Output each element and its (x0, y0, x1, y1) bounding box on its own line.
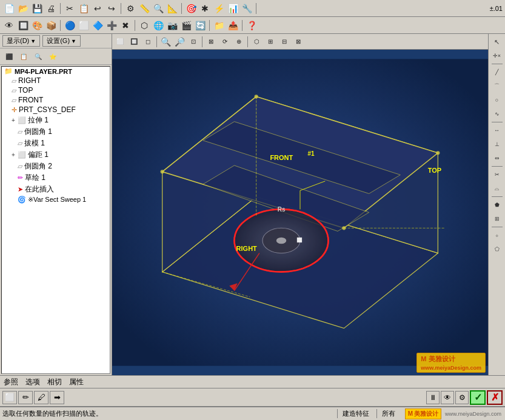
vt-zoom-out-btn[interactable]: 🔎 (173, 35, 186, 48)
rt-fillet-btn[interactable]: ⌓ (490, 182, 504, 195)
vt-zoom-in-btn[interactable]: 🔍 (159, 35, 172, 48)
rt-mirror-btn[interactable]: ⇔ (490, 152, 504, 165)
ok-btn[interactable]: ✓ (470, 390, 486, 405)
box-btn[interactable]: 📦 (44, 19, 58, 32)
vt-pan-btn[interactable]: ⊕ (232, 35, 246, 48)
status-wm-text: 美雅设计 (414, 410, 438, 418)
vt-hidden-btn[interactable]: ◻ (141, 35, 155, 48)
vt-layer-btn[interactable]: ⬡ (250, 35, 263, 48)
eye-btn[interactable]: 👁 (2, 19, 16, 32)
sidebar-icon4[interactable]: ⭐ (46, 50, 59, 63)
tab-xuanxiang[interactable]: 选项 (24, 377, 41, 387)
rt-select-btn[interactable]: ↖ (490, 35, 504, 48)
bt-btn2[interactable]: ✏ (18, 391, 33, 404)
tree-item-prt-csys[interactable]: ✛ PRT_CSYS_DEF (2, 105, 110, 115)
rt-palette-btn[interactable]: ⬟ (490, 198, 504, 212)
star-btn[interactable]: ✱ (198, 2, 212, 15)
vt-rotate-btn[interactable]: ⟳ (218, 35, 232, 48)
tab-cankao[interactable]: 参照 (2, 377, 19, 387)
tree-item-pianju[interactable]: + ⬜ 偏距 1 (2, 149, 110, 161)
vt-wireframe-btn[interactable]: ⬜ (113, 35, 127, 48)
rt-dim-btn[interactable]: ↔ (490, 124, 504, 137)
tool-btn[interactable]: 🔧 (240, 2, 253, 15)
bbox-btn[interactable]: 🔲 (16, 19, 30, 32)
tree-item-front[interactable]: ▱ FRONT (2, 95, 110, 105)
bt-btn1[interactable]: ⬜ (2, 391, 17, 404)
help-btn[interactable]: ❓ (245, 19, 258, 32)
tab-shuxing[interactable]: 属性 (68, 377, 85, 387)
vt-fit-btn[interactable]: ⊡ (187, 35, 200, 48)
dimension-btn[interactable]: 📐 (166, 2, 179, 15)
tab-xiangqie[interactable]: 相切 (46, 377, 63, 387)
camera-btn[interactable]: 📷 (166, 19, 179, 32)
rt-constraint-btn[interactable]: ⊥ (490, 138, 504, 151)
rt-arc-btn[interactable]: ⌒ (490, 79, 504, 93)
new-btn[interactable]: 📄 (2, 2, 16, 15)
chart-btn[interactable]: 📊 (226, 2, 239, 15)
tree-item-insert[interactable]: ➤ 在此插入 (2, 184, 110, 195)
save-btn[interactable]: 💾 (30, 2, 44, 15)
rt-spline-btn[interactable]: ∿ (490, 107, 504, 121)
rt-circle-btn[interactable]: ○ (490, 93, 504, 107)
sidebar-icon1[interactable]: ⬛ (2, 50, 16, 63)
film-btn[interactable]: 🎬 (179, 19, 193, 32)
expand-lashen1[interactable]: + (12, 117, 18, 124)
expand-pianju[interactable]: + (12, 152, 18, 158)
settings-btn[interactable]: ⚙ (124, 2, 137, 15)
copy-btn[interactable]: 📋 (77, 2, 90, 15)
cut-btn[interactable]: ✂ (63, 2, 76, 15)
tree-item-caohui[interactable]: ✏ 草绘 1 (2, 172, 110, 184)
rt-pattern-btn[interactable]: ⊞ (490, 212, 504, 225)
bt-btn4[interactable]: ➡ (50, 391, 64, 404)
cross-btn[interactable]: ✖ (119, 19, 132, 32)
redo-btn[interactable]: ↪ (105, 2, 118, 15)
circle-btn[interactable]: 🔵 (63, 19, 76, 32)
model-tree[interactable]: 📁 MP4-PLAYER.PRT ▱ RIGHT ▱ TOP ▱ FRONT ✛ (1, 66, 110, 374)
tree-item-bamo[interactable]: ▱ 拔模 1 (2, 138, 110, 149)
print-btn[interactable]: 🖨 (44, 2, 58, 15)
export-btn[interactable]: 📤 (226, 19, 239, 32)
sidebar-icon3[interactable]: 🔍 (32, 50, 45, 63)
tree-item-daoyuan2[interactable]: ▱ 倒圆角 2 (2, 161, 110, 172)
settings-action-btn[interactable]: ⚙ (455, 391, 469, 404)
open-btn[interactable]: 📂 (16, 2, 30, 15)
rt-trim-btn[interactable]: ✂ (490, 168, 504, 181)
eye-action-btn[interactable]: 👁 (441, 391, 454, 404)
undo-btn[interactable]: ↩ (91, 2, 104, 15)
tree-item-varsect[interactable]: 🌀 ※Var Sect Sweep 1 (2, 195, 110, 204)
folder2-btn[interactable]: 📁 (212, 19, 226, 32)
target-btn[interactable]: 🎯 (184, 2, 198, 15)
rt-query-btn[interactable]: ✛× (490, 49, 504, 62)
bt-btn3[interactable]: 🖊 (34, 391, 48, 404)
rt-offset-btn[interactable]: ⬦ (490, 228, 504, 242)
rect-btn[interactable]: ⬜ (77, 19, 90, 32)
zoom-btn[interactable]: 🔍 (152, 2, 165, 15)
globe-btn[interactable]: 🌐 (152, 19, 165, 32)
measure-btn[interactable]: 📏 (138, 2, 151, 15)
rt-sep5 (492, 227, 503, 227)
rt-line-btn[interactable]: ╱ (490, 65, 504, 79)
tree-item-lashen1[interactable]: + ⬜ 拉伸 1 (2, 115, 110, 126)
vt-shaded-btn[interactable]: 🔲 (127, 35, 141, 48)
settings-menu-btn[interactable]: 设置(G) ▼ (42, 35, 81, 47)
color-btn[interactable]: 🎨 (30, 19, 44, 32)
tree-item-daoyuan1[interactable]: ▱ 倒圆角 1 (2, 126, 110, 138)
hex-btn[interactable]: ⬡ (138, 19, 151, 32)
vt-std-orient-btn[interactable]: ⊠ (204, 35, 218, 48)
tree-item-root[interactable]: 📁 MP4-PLAYER.PRT (2, 67, 110, 76)
diamond-btn[interactable]: 🔷 (91, 19, 104, 32)
flash-btn[interactable]: ⚡ (212, 2, 226, 15)
vt-axis-btn[interactable]: ⊟ (278, 35, 291, 48)
rt-project-btn[interactable]: ⬠ (490, 242, 504, 256)
vt-datum-btn[interactable]: ⊞ (264, 35, 277, 48)
sidebar-icon2[interactable]: 📋 (17, 50, 30, 63)
tree-item-right[interactable]: ▱ RIGHT (2, 76, 110, 85)
plus-btn[interactable]: ➕ (105, 19, 118, 32)
rotate-btn[interactable]: 🔄 (193, 19, 207, 32)
cancel-btn[interactable]: ✗ (487, 390, 503, 405)
vt-csys-btn[interactable]: ⊠ (292, 35, 305, 48)
tree-item-top[interactable]: ▱ TOP (2, 85, 110, 95)
display-btn[interactable]: 显示(D) ▼ (2, 35, 40, 47)
pause-btn[interactable]: ⏸ (426, 391, 440, 404)
viewport[interactable]: FRONT TOP RIGHT #1 Rs M 美雅设计 www.meiyaDe… (112, 50, 488, 375)
